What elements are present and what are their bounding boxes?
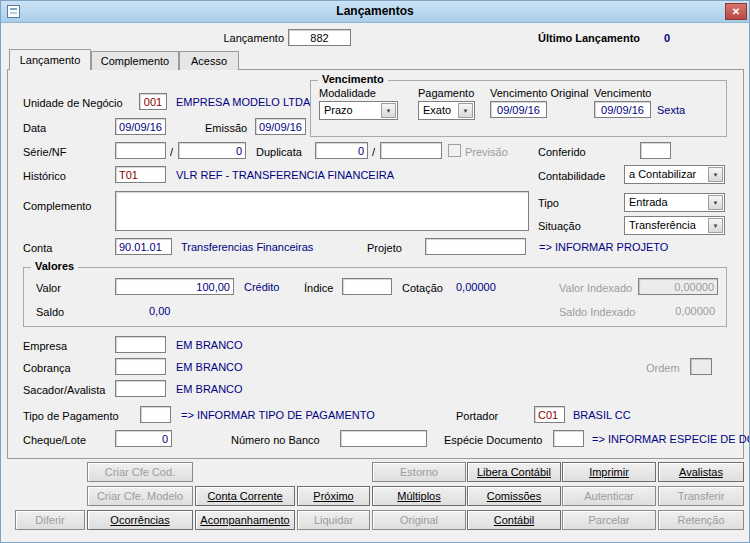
title-bar: Lançamentos	[1, 1, 749, 23]
contabil-button[interactable]: Contábil	[467, 510, 561, 530]
cobranca-label: Cobrança	[23, 362, 71, 374]
proximo-button[interactable]: Próximo	[297, 486, 370, 506]
vencimento-input[interactable]	[594, 101, 651, 118]
tipo-select[interactable]: Entrada ▼	[624, 193, 725, 212]
ultimo-lancamento-value: 0	[664, 32, 670, 44]
complemento-label: Complemento	[23, 200, 91, 212]
complemento-input[interactable]	[115, 191, 529, 231]
historico-input[interactable]	[115, 166, 166, 183]
especie-documento-input[interactable]	[553, 430, 584, 447]
cheque-lote-input[interactable]	[115, 430, 172, 447]
situacao-value: Transferência	[629, 219, 696, 231]
numero-banco-input[interactable]	[340, 430, 427, 447]
vencimento-original-input[interactable]	[490, 101, 547, 118]
conta-label: Conta	[23, 242, 52, 254]
close-icon[interactable]: ✕	[725, 3, 747, 20]
conta-input[interactable]	[115, 238, 172, 255]
previsao-label: Previsão	[465, 146, 508, 158]
situacao-select[interactable]: Transferência ▼	[624, 216, 725, 235]
serie-nf-label: Série/NF	[23, 146, 66, 158]
pagamento-value: Exato	[423, 104, 451, 116]
projeto-input[interactable]	[425, 238, 526, 255]
empresa-input[interactable]	[115, 336, 166, 353]
chevron-down-icon[interactable]: ▼	[708, 195, 723, 210]
valor-input[interactable]	[115, 278, 234, 295]
tipo-pagamento-input[interactable]	[140, 406, 171, 423]
indice-input[interactable]	[342, 278, 392, 295]
situacao-label: Situação	[538, 220, 581, 232]
historico-desc: VLR REF - TRANSFERENCIA FINANCEIRA	[176, 169, 394, 181]
imprimir-button[interactable]: Imprimir	[562, 462, 656, 482]
saldo-label: Saldo	[36, 306, 64, 318]
conta-corrente-button[interactable]: Conta Corrente	[195, 486, 295, 506]
chevron-down-icon[interactable]: ▼	[708, 167, 723, 182]
chevron-down-icon[interactable]: ▼	[708, 218, 723, 233]
retencao-button: Retenção	[658, 510, 744, 530]
conferido-input[interactable]	[640, 142, 671, 159]
tipo-pagamento-label: Tipo de Pagamento	[23, 410, 119, 422]
especie-documento-label: Espécie Documento	[444, 434, 542, 446]
portador-desc: BRASIL CC	[573, 409, 631, 421]
ordem-input	[690, 358, 712, 375]
diferir-button: Diferir	[15, 510, 85, 530]
contabilidade-label: Contabilidade	[538, 170, 605, 182]
data-input[interactable]	[115, 118, 166, 135]
avalistas-button[interactable]: Avalistas	[658, 462, 744, 482]
comissoes-button[interactable]: Comissões	[467, 486, 561, 506]
cheque-lote-label: Cheque/Lote	[23, 434, 86, 446]
conferido-label: Conferido	[538, 146, 586, 158]
tab-acesso[interactable]: Acesso	[179, 51, 239, 70]
chevron-down-icon[interactable]: ▼	[458, 103, 473, 118]
lancamento-number-input[interactable]	[288, 29, 351, 46]
contabilidade-value: a Contabilizar	[629, 168, 696, 180]
duplicata-label: Duplicata	[256, 146, 302, 158]
tab-complemento[interactable]: Complemento	[91, 51, 179, 70]
cobranca-input[interactable]	[115, 358, 166, 375]
contabilidade-select[interactable]: a Contabilizar ▼	[624, 165, 725, 184]
serie-nf-input[interactable]	[115, 142, 166, 159]
valor-indexado-input	[638, 278, 718, 295]
ocorrencias-button[interactable]: Ocorrências	[87, 510, 193, 530]
indice-label: Índice	[304, 282, 333, 294]
acompanhamento-button[interactable]: Acompanhamento	[195, 510, 295, 530]
modalidade-label: Modalidade	[319, 87, 376, 99]
cotacao-label: Cotação	[402, 282, 443, 294]
duplicata-input[interactable]	[315, 142, 368, 159]
previsao-checkbox	[448, 144, 461, 157]
criar-cfe-modelo-button: Criar Cfe. Modelo	[87, 486, 193, 506]
numero-banco-label: Número no Banco	[231, 434, 320, 446]
cobranca-desc: EM BRANCO	[176, 361, 243, 373]
lancamentos-window: Lançamentos ✕ Lançamento Último Lançamen…	[0, 0, 750, 543]
pagamento-label: Pagamento	[418, 87, 474, 99]
criar-cfe-cod-barras-button: Criar Cfe Cod. Barras	[87, 462, 193, 482]
sacador-avalista-input[interactable]	[115, 380, 166, 397]
portador-input[interactable]	[534, 406, 565, 423]
window-title: Lançamentos	[1, 4, 749, 18]
duplicata-parcela-input[interactable]	[380, 142, 442, 159]
unidade-negocio-input[interactable]	[139, 93, 167, 110]
chevron-down-icon[interactable]: ▼	[381, 103, 396, 118]
serie-nf-number-input[interactable]	[178, 142, 246, 159]
duplicata-slash: /	[372, 146, 375, 158]
multiplos-button[interactable]: Múltiplos	[372, 486, 466, 506]
modalidade-select[interactable]: Prazo ▼	[319, 101, 398, 120]
tab-lancamento[interactable]: Lançamento	[9, 49, 91, 70]
libera-contabil-button[interactable]: Libera Contábil	[467, 462, 561, 482]
valores-group-title: Valores	[31, 260, 78, 272]
estorno-liquidacao-button: Estorno Liquidação	[372, 462, 466, 482]
unidade-negocio-label: Unidade de Negócio	[23, 97, 123, 109]
liquidar-button: Liquidar	[297, 510, 370, 530]
projeto-hint: => INFORMAR PROJETO	[539, 241, 668, 253]
cotacao-value: 0,00000	[456, 281, 496, 293]
emissao-input[interactable]	[255, 118, 306, 135]
saldo-value: 0,00	[149, 305, 170, 317]
valor-indexado-label: Valor Indexado	[559, 282, 632, 294]
sacador-avalista-label: Sacador/Avalista	[23, 384, 105, 396]
parcelar-button: Parcelar	[562, 510, 656, 530]
vencimento-original-label: Vencimento Original	[490, 87, 588, 99]
saldo-indexado-value: 0,00000	[638, 305, 715, 317]
historico-label: Histórico	[23, 170, 66, 182]
tipo-label: Tipo	[538, 197, 559, 209]
pagamento-select[interactable]: Exato ▼	[418, 101, 475, 120]
vencimento-group-title: Vencimento	[318, 73, 388, 85]
